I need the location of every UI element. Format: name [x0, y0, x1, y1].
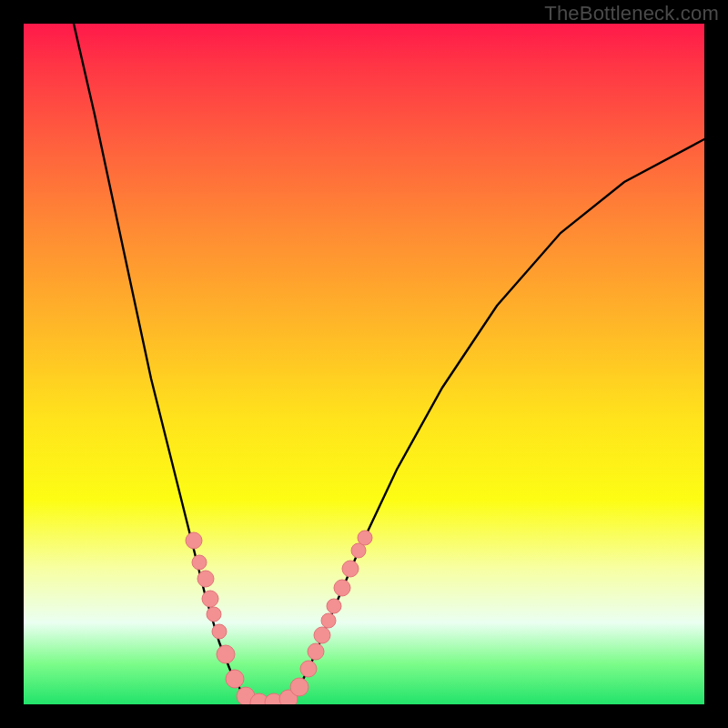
data-point [202, 591, 218, 607]
watermark-text: TheBottleneck.com [544, 2, 719, 25]
data-point [300, 661, 317, 677]
data-point [314, 627, 330, 643]
data-point [290, 678, 308, 696]
data-point [334, 580, 350, 596]
data-point [321, 613, 336, 628]
plot-area [24, 24, 704, 704]
data-point [308, 643, 324, 660]
data-points [186, 531, 372, 704]
data-point [217, 645, 235, 663]
data-point [186, 532, 202, 549]
data-point [192, 555, 207, 570]
chart-svg [24, 24, 704, 704]
data-point [207, 607, 221, 622]
data-point [342, 561, 359, 577]
data-point [226, 670, 244, 688]
bottleneck-curve [74, 24, 704, 703]
frame: TheBottleneck.com [0, 0, 728, 728]
data-point [212, 624, 227, 639]
data-point [351, 543, 366, 558]
data-point [327, 599, 341, 613]
data-point [197, 571, 214, 587]
data-point [358, 531, 372, 545]
